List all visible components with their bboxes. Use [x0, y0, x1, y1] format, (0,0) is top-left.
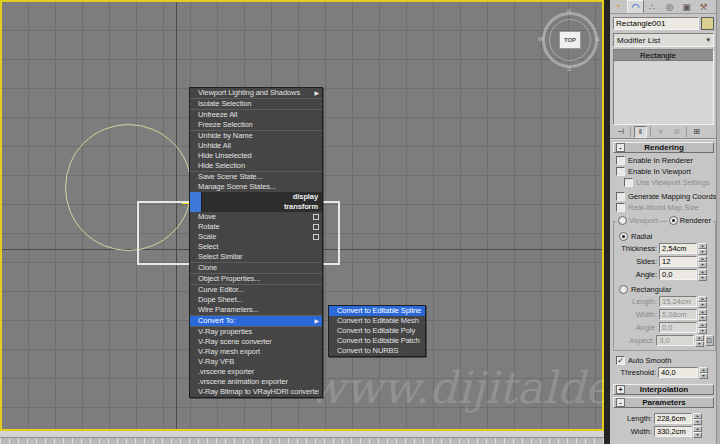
parameters-spinner[interactable]: ▴▾ [693, 413, 702, 424]
modifier-list-dropdown[interactable]: Modifier List ▾ [613, 33, 714, 47]
radial-spinner[interactable]: ▴▾ [698, 243, 707, 254]
rectangular-spinner[interactable]: ▴▾ [698, 296, 707, 307]
tab-utilities[interactable]: ⚒ [695, 0, 712, 13]
radial-radio[interactable] [619, 232, 628, 241]
rectangular-spinner[interactable]: ▴▾ [695, 335, 703, 346]
aspect-lock-icon[interactable]: ⊡ [705, 335, 714, 346]
rectangular-field-input[interactable] [659, 296, 697, 307]
menu-item[interactable]: Curve Editor... [190, 285, 322, 295]
menu-item[interactable]: Object Properties... [190, 274, 322, 284]
radial-spinner[interactable]: ▴▾ [698, 256, 707, 267]
checkbox-icon[interactable] [616, 167, 625, 176]
settings-box-icon[interactable] [313, 234, 319, 240]
menu-item[interactable]: Unfreeze All [190, 110, 322, 120]
rollout-rendering[interactable]: - Rendering [613, 142, 714, 153]
tab-create[interactable]: * [610, 0, 627, 13]
menu-item[interactable]: Select Similar [190, 252, 322, 262]
menu-item[interactable]: Dope Sheet... [190, 295, 322, 305]
menu-item[interactable]: Move [190, 212, 322, 222]
parameters-field-input[interactable] [654, 426, 692, 437]
rectangular-spinner[interactable]: ▴▾ [698, 309, 707, 320]
rectangular-field-input[interactable] [659, 309, 697, 320]
menu-item[interactable]: Convert to Editable Poly [329, 326, 425, 336]
radial-field-input[interactable] [659, 256, 697, 267]
panel-scrollbar[interactable] [716, 0, 720, 444]
show-end-result-icon[interactable]: ‖ [634, 126, 647, 138]
checkbox-row[interactable]: Enable In Viewport [610, 166, 720, 177]
remove-modifier-icon[interactable]: ⊘ [670, 126, 683, 138]
menu-item[interactable]: Save Scene State... [190, 172, 322, 182]
menu-item[interactable]: Convert to Editable Patch [329, 336, 425, 346]
checkbox-row[interactable]: Enable In Renderer [610, 155, 720, 166]
checkbox-icon[interactable] [624, 178, 633, 187]
configure-modifier-sets-icon[interactable]: ⊞ [690, 126, 703, 138]
radial-radio-row[interactable]: Radial [615, 230, 714, 242]
auto-smooth-row[interactable]: ✓ Auto Smooth [610, 355, 720, 366]
checkbox-row[interactable]: Generate Mapping Coords. [610, 191, 720, 202]
rectangular-field-input[interactable] [656, 335, 694, 346]
parameters-field-input[interactable] [654, 413, 692, 424]
menu-item[interactable]: Isolate Selection [190, 99, 322, 109]
pin-stack-icon[interactable]: ⊣ [614, 126, 627, 138]
rectangular-radio[interactable] [619, 285, 628, 294]
tab-modify[interactable]: ◠ [627, 0, 644, 13]
auto-smooth-checkbox[interactable]: ✓ [616, 356, 625, 365]
menu-item[interactable]: Viewport Lighting and Shadows▶ [190, 88, 322, 98]
menu-item[interactable]: Freeze Selection [190, 120, 322, 130]
rectangular-radio-row[interactable]: Rectangular [615, 283, 714, 295]
checkbox-icon[interactable] [616, 203, 625, 212]
tab-hierarchy[interactable]: ∴ [644, 0, 661, 13]
checkbox-row[interactable]: Use Viewport Settings [610, 177, 720, 188]
menu-item[interactable]: Rotate [190, 222, 322, 232]
checkbox-row[interactable]: Real-World Map Size [610, 202, 720, 213]
menu-item[interactable]: Scale [190, 232, 322, 242]
track-bar[interactable] [0, 437, 604, 444]
menu-item[interactable]: Select [190, 242, 322, 252]
radial-spinner[interactable]: ▴▾ [698, 269, 707, 280]
menu-item[interactable]: Convert To:▶ [190, 316, 322, 326]
menu-item[interactable]: .vrscene animation exporter [190, 377, 322, 387]
menu-item[interactable]: .vrscene exporter [190, 367, 322, 377]
menu-item[interactable]: Convert to NURBS [329, 346, 425, 356]
settings-box-icon[interactable] [313, 214, 319, 220]
radio-icon[interactable] [669, 216, 678, 225]
viewport-mode-radio[interactable]: Viewport [616, 216, 660, 225]
parameters-spinner[interactable]: ▴▾ [693, 426, 702, 437]
renderer-mode-radio[interactable]: Renderer [667, 216, 713, 225]
menu-item[interactable]: Hide Selection [190, 161, 322, 171]
rectangular-field-row: Aspect:▴▾⊡ [615, 334, 714, 347]
rectangular-field-input[interactable] [659, 322, 697, 333]
menu-item[interactable]: V-Ray mesh export [190, 347, 322, 357]
menu-item[interactable]: V-Ray scene converter [190, 337, 322, 347]
make-unique-icon[interactable]: ⋎ [654, 126, 667, 138]
checkbox-icon[interactable] [616, 192, 625, 201]
menu-item[interactable]: V-Ray Bitmap to VRayHDRI converter [190, 387, 322, 397]
tab-display[interactable]: ▣ [678, 0, 695, 13]
threshold-input[interactable] [658, 367, 698, 378]
menu-item[interactable]: Unhide All [190, 141, 322, 151]
radial-field-input[interactable] [659, 243, 697, 254]
menu-item[interactable]: Hide Unselected [190, 151, 322, 161]
object-color-swatch[interactable] [701, 17, 714, 30]
menu-item[interactable]: V-Ray properties [190, 327, 322, 337]
menu-item[interactable]: Clone [190, 263, 322, 273]
menu-item[interactable]: Manage Scene States... [190, 182, 322, 192]
threshold-spinner[interactable]: ▴▾ [699, 367, 708, 378]
viewcube-compass[interactable]: N S W E TOP [540, 10, 600, 70]
rollout-interpolation[interactable]: + Interpolation [613, 384, 714, 395]
rectangular-spinner[interactable]: ▴▾ [698, 322, 707, 333]
object-name-input[interactable] [613, 17, 699, 30]
rollout-parameters[interactable]: - Parameters [613, 397, 714, 408]
radial-field-input[interactable] [659, 269, 697, 280]
menu-item[interactable]: Wire Parameters... [190, 305, 322, 315]
menu-item[interactable]: Unhide by Name [190, 131, 322, 141]
menu-item[interactable]: Convert to Editable Mesh [329, 316, 425, 326]
modifier-stack-item[interactable]: Rectangle [614, 50, 713, 61]
tab-motion[interactable]: ◎ [661, 0, 678, 13]
checkbox-icon[interactable] [616, 156, 625, 165]
settings-box-icon[interactable] [313, 224, 319, 230]
menu-item[interactable]: V-Ray VFB [190, 357, 322, 367]
viewcube-top-face[interactable]: TOP [559, 31, 581, 49]
menu-item[interactable]: Convert to Editable Spline [329, 306, 425, 316]
radio-icon[interactable] [618, 216, 627, 225]
